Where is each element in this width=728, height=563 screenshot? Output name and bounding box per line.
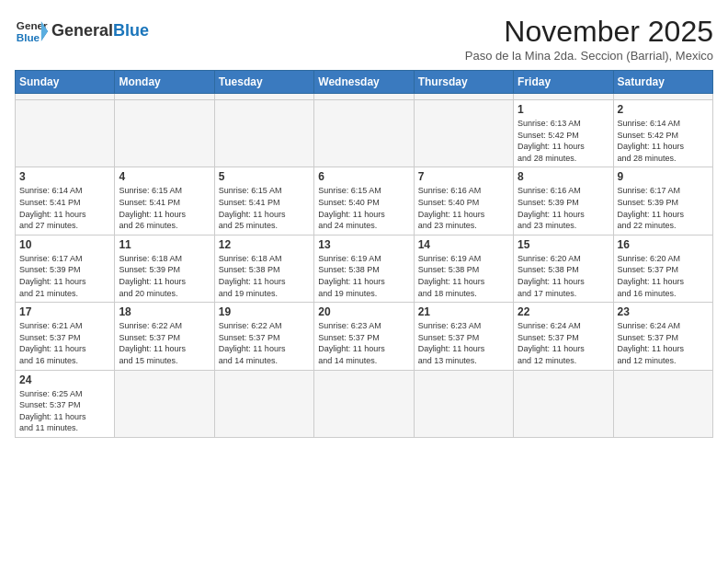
- logo-icon: General Blue: [15, 15, 48, 48]
- day-number: 8: [518, 170, 609, 183]
- day-number: 17: [19, 305, 110, 318]
- day-number: 20: [318, 305, 409, 318]
- day-info: Sunrise: 6:18 AM Sunset: 5:38 PM Dayligh…: [219, 253, 310, 299]
- calendar-cell: 24Sunrise: 6:25 AM Sunset: 5:37 PM Dayli…: [16, 370, 115, 437]
- location-subtitle: Paso de la Mina 2da. Seccion (Barrial), …: [465, 49, 713, 63]
- calendar-cell: 2Sunrise: 6:14 AM Sunset: 5:42 PM Daylig…: [613, 100, 712, 167]
- day-info: Sunrise: 6:23 AM Sunset: 5:37 PM Dayligh…: [318, 320, 409, 366]
- calendar-cell: [314, 94, 414, 100]
- day-info: Sunrise: 6:16 AM Sunset: 5:40 PM Dayligh…: [418, 185, 509, 231]
- day-info: Sunrise: 6:17 AM Sunset: 5:39 PM Dayligh…: [19, 253, 110, 299]
- calendar-cell: 21Sunrise: 6:23 AM Sunset: 5:37 PM Dayli…: [414, 303, 513, 370]
- calendar-cell: [514, 94, 613, 100]
- day-number: 12: [219, 238, 310, 251]
- day-info: Sunrise: 6:21 AM Sunset: 5:37 PM Dayligh…: [19, 320, 110, 366]
- calendar-cell: 5Sunrise: 6:15 AM Sunset: 5:41 PM Daylig…: [214, 167, 313, 235]
- weekday-header-tuesday: Tuesday: [214, 71, 313, 94]
- calendar-cell: [514, 370, 613, 437]
- day-number: 23: [618, 305, 709, 318]
- weekday-header-sunday: Sunday: [16, 71, 115, 94]
- day-number: 14: [418, 238, 509, 251]
- calendar-cell: 7Sunrise: 6:16 AM Sunset: 5:40 PM Daylig…: [414, 167, 513, 235]
- calendar-week-row: 24Sunrise: 6:25 AM Sunset: 5:37 PM Dayli…: [16, 370, 713, 437]
- calendar-cell: [414, 370, 513, 437]
- page-header: General Blue GeneralBlue November 2025 P…: [15, 15, 713, 63]
- calendar-cell: [214, 94, 313, 100]
- calendar-cell: 4Sunrise: 6:15 AM Sunset: 5:41 PM Daylig…: [115, 167, 214, 235]
- calendar-cell: [414, 100, 513, 167]
- calendar-cell: 17Sunrise: 6:21 AM Sunset: 5:37 PM Dayli…: [16, 303, 115, 370]
- day-info: Sunrise: 6:23 AM Sunset: 5:37 PM Dayligh…: [418, 320, 509, 366]
- day-number: 2: [618, 103, 709, 116]
- svg-text:Blue: Blue: [17, 31, 40, 43]
- calendar-cell: 11Sunrise: 6:18 AM Sunset: 5:39 PM Dayli…: [115, 235, 214, 302]
- day-number: 15: [518, 238, 609, 251]
- day-info: Sunrise: 6:13 AM Sunset: 5:42 PM Dayligh…: [518, 118, 609, 164]
- calendar-cell: [314, 370, 414, 437]
- day-info: Sunrise: 6:25 AM Sunset: 5:37 PM Dayligh…: [19, 388, 110, 434]
- calendar-week-row: 1Sunrise: 6:13 AM Sunset: 5:42 PM Daylig…: [16, 100, 713, 167]
- day-info: Sunrise: 6:18 AM Sunset: 5:39 PM Dayligh…: [119, 253, 210, 299]
- month-title: November 2025: [465, 15, 713, 49]
- calendar-cell: [613, 370, 712, 437]
- day-number: 11: [119, 238, 210, 251]
- calendar-cell: [214, 370, 313, 437]
- calendar-cell: 13Sunrise: 6:19 AM Sunset: 5:38 PM Dayli…: [314, 235, 414, 302]
- calendar-cell: 9Sunrise: 6:17 AM Sunset: 5:39 PM Daylig…: [613, 167, 712, 235]
- calendar-cell: 22Sunrise: 6:24 AM Sunset: 5:37 PM Dayli…: [514, 303, 613, 370]
- calendar-week-row: [16, 94, 713, 100]
- day-info: Sunrise: 6:24 AM Sunset: 5:37 PM Dayligh…: [618, 320, 709, 366]
- day-number: 21: [418, 305, 509, 318]
- weekday-header-thursday: Thursday: [414, 71, 513, 94]
- day-info: Sunrise: 6:15 AM Sunset: 5:41 PM Dayligh…: [119, 185, 210, 231]
- day-info: Sunrise: 6:17 AM Sunset: 5:39 PM Dayligh…: [618, 185, 709, 231]
- day-number: 22: [518, 305, 609, 318]
- day-info: Sunrise: 6:19 AM Sunset: 5:38 PM Dayligh…: [418, 253, 509, 299]
- calendar-cell: 16Sunrise: 6:20 AM Sunset: 5:37 PM Dayli…: [613, 235, 712, 302]
- weekday-header-monday: Monday: [115, 71, 214, 94]
- weekday-header-row: SundayMondayTuesdayWednesdayThursdayFrid…: [16, 71, 713, 94]
- day-number: 3: [19, 170, 110, 183]
- calendar-cell: [115, 100, 214, 167]
- day-info: Sunrise: 6:16 AM Sunset: 5:39 PM Dayligh…: [518, 185, 609, 231]
- day-number: 7: [418, 170, 509, 183]
- day-info: Sunrise: 6:20 AM Sunset: 5:38 PM Dayligh…: [518, 253, 609, 299]
- day-info: Sunrise: 6:20 AM Sunset: 5:37 PM Dayligh…: [618, 253, 709, 299]
- day-info: Sunrise: 6:14 AM Sunset: 5:41 PM Dayligh…: [19, 185, 110, 231]
- weekday-header-friday: Friday: [514, 71, 613, 94]
- calendar-cell: [314, 100, 414, 167]
- calendar-table: SundayMondayTuesdayWednesdayThursdayFrid…: [15, 70, 713, 438]
- calendar-week-row: 17Sunrise: 6:21 AM Sunset: 5:37 PM Dayli…: [16, 303, 713, 370]
- day-number: 18: [119, 305, 210, 318]
- weekday-header-saturday: Saturday: [613, 71, 712, 94]
- calendar-cell: 20Sunrise: 6:23 AM Sunset: 5:37 PM Dayli…: [314, 303, 414, 370]
- day-number: 10: [19, 238, 110, 251]
- calendar-cell: 10Sunrise: 6:17 AM Sunset: 5:39 PM Dayli…: [16, 235, 115, 302]
- calendar-cell: 15Sunrise: 6:20 AM Sunset: 5:38 PM Dayli…: [514, 235, 613, 302]
- day-info: Sunrise: 6:15 AM Sunset: 5:40 PM Dayligh…: [318, 185, 409, 231]
- day-info: Sunrise: 6:14 AM Sunset: 5:42 PM Dayligh…: [618, 118, 709, 164]
- calendar-cell: [115, 370, 214, 437]
- calendar-cell: 18Sunrise: 6:22 AM Sunset: 5:37 PM Dayli…: [115, 303, 214, 370]
- calendar-cell: 8Sunrise: 6:16 AM Sunset: 5:39 PM Daylig…: [514, 167, 613, 235]
- day-number: 9: [618, 170, 709, 183]
- day-number: 4: [119, 170, 210, 183]
- day-number: 16: [618, 238, 709, 251]
- day-info: Sunrise: 6:22 AM Sunset: 5:37 PM Dayligh…: [119, 320, 210, 366]
- day-info: Sunrise: 6:24 AM Sunset: 5:37 PM Dayligh…: [518, 320, 609, 366]
- day-number: 19: [219, 305, 310, 318]
- calendar-cell: 6Sunrise: 6:15 AM Sunset: 5:40 PM Daylig…: [314, 167, 414, 235]
- weekday-header-wednesday: Wednesday: [314, 71, 414, 94]
- day-info: Sunrise: 6:22 AM Sunset: 5:37 PM Dayligh…: [219, 320, 310, 366]
- calendar-cell: [414, 94, 513, 100]
- day-info: Sunrise: 6:15 AM Sunset: 5:41 PM Dayligh…: [219, 185, 310, 231]
- calendar-cell: [613, 94, 712, 100]
- calendar-week-row: 10Sunrise: 6:17 AM Sunset: 5:39 PM Dayli…: [16, 235, 713, 302]
- day-number: 5: [219, 170, 310, 183]
- title-block: November 2025 Paso de la Mina 2da. Secci…: [465, 15, 713, 63]
- day-number: 24: [19, 373, 110, 386]
- calendar-cell: 19Sunrise: 6:22 AM Sunset: 5:37 PM Dayli…: [214, 303, 313, 370]
- day-number: 6: [318, 170, 409, 183]
- day-info: Sunrise: 6:19 AM Sunset: 5:38 PM Dayligh…: [318, 253, 409, 299]
- logo: General Blue GeneralBlue: [15, 15, 149, 48]
